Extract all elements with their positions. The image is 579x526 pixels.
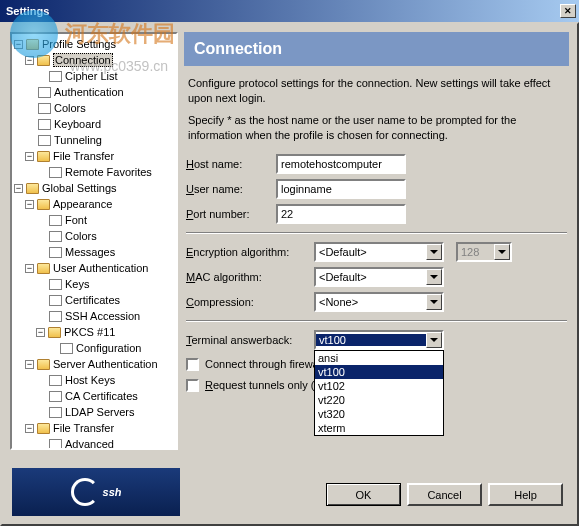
collapse-icon[interactable]: −: [25, 264, 34, 273]
page-icon: [38, 87, 51, 98]
panel-title: Connection: [184, 32, 569, 66]
collapse-icon[interactable]: −: [14, 40, 23, 49]
dropdown-option-vt220[interactable]: vt220: [315, 393, 443, 407]
panel-description-1: Configure protocol settings for the conn…: [184, 76, 569, 107]
page-icon: [49, 279, 62, 290]
compression-combo[interactable]: <None>: [314, 292, 444, 312]
tree-keyboard[interactable]: Keyboard: [14, 116, 174, 132]
tree-ldap-servers[interactable]: LDAP Servers: [14, 404, 174, 420]
tree-advanced[interactable]: Advanced: [14, 436, 174, 450]
dropdown-button[interactable]: [426, 294, 442, 310]
tree-authentication[interactable]: Authentication: [14, 84, 174, 100]
tree-certificates[interactable]: Certificates: [14, 292, 174, 308]
encryption-bits-combo: 128: [456, 242, 512, 262]
mac-label: MAC algorithm:: [186, 271, 314, 283]
folder-icon: [37, 55, 50, 66]
tree-colors2[interactable]: Colors: [14, 228, 174, 244]
ssh-logo-icon: ssh: [71, 478, 122, 506]
firewall-checkbox[interactable]: [186, 358, 199, 371]
page-icon: [49, 215, 62, 226]
settings-tree[interactable]: −Profile Settings −Connection Cipher Lis…: [10, 32, 178, 450]
ok-button[interactable]: OK: [326, 483, 401, 506]
dialog-body: −Profile Settings −Connection Cipher Lis…: [0, 22, 579, 526]
page-icon: [49, 231, 62, 242]
collapse-icon[interactable]: −: [14, 184, 23, 193]
divider: [186, 232, 567, 234]
tree-colors[interactable]: Colors: [14, 100, 174, 116]
dropdown-button: [494, 244, 510, 260]
chevron-down-icon: [430, 275, 438, 279]
dropdown-button[interactable]: [426, 244, 442, 260]
tree-ca-certificates[interactable]: CA Certificates: [14, 388, 174, 404]
firewall-label: Connect through firewall: [205, 358, 324, 370]
mac-combo[interactable]: <Default>: [314, 267, 444, 287]
terminal-label: Terminal answerback:: [186, 334, 314, 346]
tree-user-authentication[interactable]: −User Authentication: [14, 260, 174, 276]
settings-panel: Connection Configure protocol settings f…: [184, 32, 569, 450]
collapse-icon[interactable]: −: [25, 200, 34, 209]
folder-icon: [37, 263, 50, 274]
tree-configuration[interactable]: Configuration: [14, 340, 174, 356]
ssh-logo-box: ssh: [12, 468, 180, 516]
page-icon: [60, 343, 73, 354]
page-icon: [49, 311, 62, 322]
collapse-icon[interactable]: −: [25, 424, 34, 433]
chevron-down-icon: [430, 250, 438, 254]
divider: [186, 320, 567, 322]
tree-appearance[interactable]: −Appearance: [14, 196, 174, 212]
tree-cipher-list[interactable]: Cipher List: [14, 68, 174, 84]
tree-file-transfer[interactable]: −File Transfer: [14, 148, 174, 164]
page-icon: [38, 103, 51, 114]
tunnels-checkbox[interactable]: [186, 379, 199, 392]
collapse-icon[interactable]: −: [25, 152, 34, 161]
tree-file-transfer2[interactable]: −File Transfer: [14, 420, 174, 436]
page-icon: [49, 439, 62, 450]
close-button[interactable]: ✕: [560, 4, 576, 18]
host-name-input[interactable]: [276, 154, 406, 174]
dropdown-option-vt102[interactable]: vt102: [315, 379, 443, 393]
help-button[interactable]: Help: [488, 483, 563, 506]
page-icon: [38, 119, 51, 130]
dropdown-option-vt320[interactable]: vt320: [315, 407, 443, 421]
dropdown-button[interactable]: [426, 269, 442, 285]
tree-tunneling[interactable]: Tunneling: [14, 132, 174, 148]
page-icon: [49, 407, 62, 418]
dropdown-option-vt100[interactable]: vt100: [315, 365, 443, 379]
collapse-icon[interactable]: −: [25, 56, 34, 65]
cancel-button[interactable]: Cancel: [407, 483, 482, 506]
encryption-label: Encryption algorithm:: [186, 246, 314, 258]
user-name-label: User name:: [186, 183, 276, 195]
dropdown-option-xterm[interactable]: xterm: [315, 421, 443, 435]
port-number-label: Port number:: [186, 208, 276, 220]
tree-connection[interactable]: −Connection: [14, 52, 174, 68]
tree-ssh-accession[interactable]: SSH Accession: [14, 308, 174, 324]
tree-profile-settings[interactable]: −Profile Settings: [14, 36, 174, 52]
tree-remote-favorites[interactable]: Remote Favorites: [14, 164, 174, 180]
dropdown-button[interactable]: [426, 332, 442, 348]
port-number-input[interactable]: [276, 204, 406, 224]
chevron-down-icon: [430, 338, 438, 342]
folder-icon: [37, 199, 50, 210]
tree-keys[interactable]: Keys: [14, 276, 174, 292]
tree-pkcs11[interactable]: −PKCS #11: [14, 324, 174, 340]
tree-font[interactable]: Font: [14, 212, 174, 228]
titlebar: Settings ✕: [0, 0, 579, 22]
page-icon: [49, 247, 62, 258]
folder-icon: [37, 151, 50, 162]
collapse-icon[interactable]: −: [36, 328, 45, 337]
folder-icon: [37, 359, 50, 370]
tree-host-keys[interactable]: Host Keys: [14, 372, 174, 388]
terminal-dropdown-list[interactable]: ansi vt100 vt102 vt220 vt320 xterm: [314, 350, 444, 436]
collapse-icon[interactable]: −: [25, 360, 34, 369]
encryption-combo[interactable]: <Default>: [314, 242, 444, 262]
host-name-label: Host name:: [186, 158, 276, 170]
terminal-combo[interactable]: vt100 ansi vt100 vt102 vt220 vt320 xterm: [314, 330, 444, 350]
tree-messages[interactable]: Messages: [14, 244, 174, 260]
folder-icon: [26, 39, 39, 50]
page-icon: [49, 375, 62, 386]
user-name-input[interactable]: [276, 179, 406, 199]
tree-global-settings[interactable]: −Global Settings: [14, 180, 174, 196]
page-icon: [38, 135, 51, 146]
dropdown-option-ansi[interactable]: ansi: [315, 351, 443, 365]
tree-server-authentication[interactable]: −Server Authentication: [14, 356, 174, 372]
